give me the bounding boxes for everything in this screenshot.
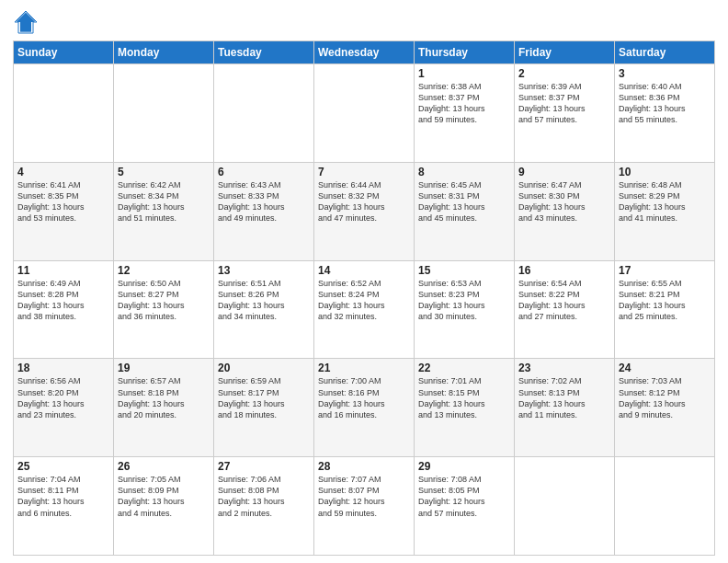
calendar-cell: 5Sunrise: 6:42 AM Sunset: 8:34 PM Daylig…	[114, 162, 214, 260]
day-number: 12	[118, 264, 210, 277]
calendar-cell	[114, 64, 214, 163]
logo	[13, 9, 42, 35]
day-header-tuesday: Tuesday	[214, 41, 314, 64]
day-info: Sunrise: 7:03 AM Sunset: 8:12 PM Dayligh…	[619, 375, 711, 420]
day-info: Sunrise: 6:53 AM Sunset: 8:23 PM Dayligh…	[418, 278, 510, 323]
calendar-cell	[314, 64, 415, 163]
day-number: 6	[218, 166, 310, 178]
day-info: Sunrise: 6:45 AM Sunset: 8:31 PM Dayligh…	[418, 179, 510, 224]
calendar-cell: 14Sunrise: 6:52 AM Sunset: 8:24 PM Dayli…	[314, 260, 415, 359]
day-number: 14	[318, 264, 410, 277]
day-number: 17	[619, 264, 711, 277]
day-info: Sunrise: 7:06 AM Sunset: 8:08 PM Dayligh…	[218, 474, 310, 519]
day-number: 15	[418, 264, 510, 277]
day-header-wednesday: Wednesday	[314, 41, 415, 64]
day-number: 25	[17, 460, 109, 473]
calendar-cell: 28Sunrise: 7:07 AM Sunset: 8:07 PM Dayli…	[314, 457, 415, 556]
day-info: Sunrise: 7:00 AM Sunset: 8:16 PM Dayligh…	[318, 375, 410, 420]
day-number: 29	[418, 460, 510, 473]
calendar-cell: 19Sunrise: 6:57 AM Sunset: 8:18 PM Dayli…	[114, 359, 214, 457]
day-info: Sunrise: 7:04 AM Sunset: 8:11 PM Dayligh…	[17, 474, 109, 519]
calendar-cell: 3Sunrise: 6:40 AM Sunset: 8:36 PM Daylig…	[615, 64, 715, 163]
day-info: Sunrise: 6:38 AM Sunset: 8:37 PM Dayligh…	[418, 81, 510, 126]
day-number: 7	[318, 166, 410, 178]
calendar-cell: 25Sunrise: 7:04 AM Sunset: 8:11 PM Dayli…	[14, 457, 114, 556]
day-info: Sunrise: 6:48 AM Sunset: 8:29 PM Dayligh…	[619, 179, 711, 224]
day-number: 21	[318, 362, 410, 374]
calendar-cell	[14, 64, 114, 163]
calendar-cell: 8Sunrise: 6:45 AM Sunset: 8:31 PM Daylig…	[415, 162, 515, 260]
calendar-cell: 10Sunrise: 6:48 AM Sunset: 8:29 PM Dayli…	[615, 162, 715, 260]
day-number: 24	[619, 362, 711, 374]
day-info: Sunrise: 6:55 AM Sunset: 8:21 PM Dayligh…	[619, 278, 711, 323]
day-number: 20	[218, 362, 310, 374]
day-number: 1	[418, 67, 510, 80]
calendar-week-row: 4Sunrise: 6:41 AM Sunset: 8:35 PM Daylig…	[14, 162, 715, 260]
day-number: 2	[518, 67, 610, 80]
day-number: 28	[318, 460, 410, 473]
day-number: 9	[518, 166, 610, 178]
calendar-cell: 9Sunrise: 6:47 AM Sunset: 8:30 PM Daylig…	[515, 162, 615, 260]
calendar-cell: 16Sunrise: 6:54 AM Sunset: 8:22 PM Dayli…	[515, 260, 615, 359]
calendar-cell	[615, 457, 715, 556]
calendar-cell: 15Sunrise: 6:53 AM Sunset: 8:23 PM Dayli…	[415, 260, 515, 359]
day-number: 23	[518, 362, 610, 374]
calendar-cell: 29Sunrise: 7:08 AM Sunset: 8:05 PM Dayli…	[415, 457, 515, 556]
day-info: Sunrise: 7:07 AM Sunset: 8:07 PM Dayligh…	[318, 474, 410, 519]
day-info: Sunrise: 6:54 AM Sunset: 8:22 PM Dayligh…	[518, 278, 610, 323]
day-info: Sunrise: 6:47 AM Sunset: 8:30 PM Dayligh…	[518, 179, 610, 224]
day-number: 10	[619, 166, 711, 178]
day-info: Sunrise: 6:59 AM Sunset: 8:17 PM Dayligh…	[218, 375, 310, 420]
calendar-cell: 17Sunrise: 6:55 AM Sunset: 8:21 PM Dayli…	[615, 260, 715, 359]
day-info: Sunrise: 7:02 AM Sunset: 8:13 PM Dayligh…	[518, 375, 610, 420]
day-info: Sunrise: 7:01 AM Sunset: 8:15 PM Dayligh…	[418, 375, 510, 420]
calendar-cell: 11Sunrise: 6:49 AM Sunset: 8:28 PM Dayli…	[14, 260, 114, 359]
day-info: Sunrise: 6:42 AM Sunset: 8:34 PM Dayligh…	[118, 179, 210, 224]
day-info: Sunrise: 6:52 AM Sunset: 8:24 PM Dayligh…	[318, 278, 410, 323]
day-header-thursday: Thursday	[415, 41, 515, 64]
day-info: Sunrise: 6:50 AM Sunset: 8:27 PM Dayligh…	[118, 278, 210, 323]
day-info: Sunrise: 6:56 AM Sunset: 8:20 PM Dayligh…	[17, 375, 109, 420]
calendar-header-row: SundayMondayTuesdayWednesdayThursdayFrid…	[14, 41, 715, 64]
day-number: 4	[17, 166, 109, 178]
calendar-cell: 23Sunrise: 7:02 AM Sunset: 8:13 PM Dayli…	[515, 359, 615, 457]
day-number: 3	[619, 67, 711, 80]
calendar-week-row: 1Sunrise: 6:38 AM Sunset: 8:37 PM Daylig…	[14, 64, 715, 163]
header	[13, 9, 715, 35]
day-info: Sunrise: 6:39 AM Sunset: 8:37 PM Dayligh…	[518, 81, 610, 126]
calendar-cell: 2Sunrise: 6:39 AM Sunset: 8:37 PM Daylig…	[515, 64, 615, 163]
day-info: Sunrise: 6:51 AM Sunset: 8:26 PM Dayligh…	[218, 278, 310, 323]
day-info: Sunrise: 6:57 AM Sunset: 8:18 PM Dayligh…	[118, 375, 210, 420]
calendar-cell: 27Sunrise: 7:06 AM Sunset: 8:08 PM Dayli…	[214, 457, 314, 556]
day-number: 19	[118, 362, 210, 374]
day-number: 22	[418, 362, 510, 374]
day-info: Sunrise: 6:40 AM Sunset: 8:36 PM Dayligh…	[619, 81, 711, 126]
day-number: 13	[218, 264, 310, 277]
page: SundayMondayTuesdayWednesdayThursdayFrid…	[0, 0, 728, 563]
day-number: 11	[17, 264, 109, 277]
day-header-sunday: Sunday	[14, 41, 114, 64]
calendar-cell: 18Sunrise: 6:56 AM Sunset: 8:20 PM Dayli…	[14, 359, 114, 457]
calendar-cell: 12Sunrise: 6:50 AM Sunset: 8:27 PM Dayli…	[114, 260, 214, 359]
day-info: Sunrise: 6:44 AM Sunset: 8:32 PM Dayligh…	[318, 179, 410, 224]
calendar-cell: 24Sunrise: 7:03 AM Sunset: 8:12 PM Dayli…	[615, 359, 715, 457]
calendar-cell	[214, 64, 314, 163]
day-info: Sunrise: 6:43 AM Sunset: 8:33 PM Dayligh…	[218, 179, 310, 224]
calendar-week-row: 11Sunrise: 6:49 AM Sunset: 8:28 PM Dayli…	[14, 260, 715, 359]
calendar: SundayMondayTuesdayWednesdayThursdayFrid…	[13, 40, 715, 556]
day-number: 27	[218, 460, 310, 473]
logo-icon	[13, 9, 39, 35]
calendar-cell: 21Sunrise: 7:00 AM Sunset: 8:16 PM Dayli…	[314, 359, 415, 457]
day-info: Sunrise: 6:49 AM Sunset: 8:28 PM Dayligh…	[17, 278, 109, 323]
day-info: Sunrise: 6:41 AM Sunset: 8:35 PM Dayligh…	[17, 179, 109, 224]
day-header-monday: Monday	[114, 41, 214, 64]
calendar-week-row: 18Sunrise: 6:56 AM Sunset: 8:20 PM Dayli…	[14, 359, 715, 457]
day-info: Sunrise: 7:08 AM Sunset: 8:05 PM Dayligh…	[418, 474, 510, 519]
calendar-cell	[515, 457, 615, 556]
day-number: 18	[17, 362, 109, 374]
day-header-friday: Friday	[515, 41, 615, 64]
calendar-cell: 20Sunrise: 6:59 AM Sunset: 8:17 PM Dayli…	[214, 359, 314, 457]
day-number: 8	[418, 166, 510, 178]
calendar-cell: 4Sunrise: 6:41 AM Sunset: 8:35 PM Daylig…	[14, 162, 114, 260]
calendar-cell: 22Sunrise: 7:01 AM Sunset: 8:15 PM Dayli…	[415, 359, 515, 457]
